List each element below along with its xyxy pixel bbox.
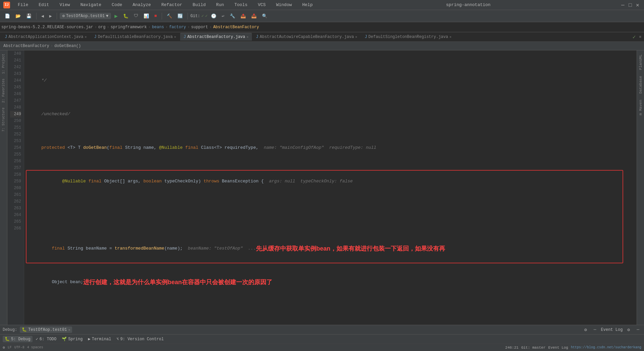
menu-build[interactable]: Build [190, 2, 208, 8]
event-settings-icon[interactable]: ⚙ [625, 326, 632, 334]
status-git: Git: master [521, 346, 546, 350]
tab-label: DefaultSingletonBeanRegistry.java [368, 35, 448, 39]
search-button[interactable]: 🔍 [260, 12, 269, 20]
breadcrumb-class[interactable]: AbstractBeanFactory [3, 44, 49, 48]
right-tool-plantuml[interactable]: PlanUML [638, 52, 644, 73]
path-class: AbstractBeanFactory [213, 25, 259, 30]
tab-close[interactable]: ✕ [449, 35, 451, 39]
code-line-244 [31, 212, 635, 218]
menu-view[interactable]: View [57, 2, 72, 8]
tab-close[interactable]: ✕ [247, 35, 249, 39]
code-lines[interactable]: */ /unchecked/ protected <T> T doGetBean… [30, 50, 637, 325]
settings-icon[interactable]: ⚙ [582, 326, 589, 334]
menu-refactor[interactable]: Refactor [159, 2, 185, 8]
left-vertical-tabs: 1: Project 2: Favorites 7: Structure [0, 50, 7, 325]
menu-code[interactable]: Code [109, 2, 125, 8]
tab-abstractbeanfactory[interactable]: J AbstractBeanFactory.java ✕ [180, 33, 252, 41]
debug-tab-icon: 🐛 [22, 327, 27, 332]
profile-button[interactable]: 📊 [142, 12, 151, 20]
right-tool-database[interactable]: Database [638, 73, 644, 96]
close-button[interactable]: ✕ [636, 3, 641, 7]
run-button[interactable]: ▶ [112, 12, 120, 20]
bottom-tab-todo[interactable]: ✓ 6: TODO [34, 336, 59, 342]
left-tab-favorites[interactable]: 2: Favorites [1, 77, 6, 105]
run-config[interactable]: ⚙ TestOfAop.test01 ▼ [60, 13, 111, 19]
maximize-button[interactable]: □ [629, 3, 633, 7]
debug-button[interactable]: 🐛 [121, 12, 130, 20]
minimize-button[interactable]: ─ [621, 3, 626, 7]
tab-abstractapplicationcontext[interactable]: J AbstractApplicationContext.java ✕ [1, 33, 90, 41]
git-push[interactable]: 📤 [238, 12, 248, 20]
path-org: org [98, 25, 106, 30]
new-button[interactable]: 📄 [3, 12, 12, 20]
git-check1[interactable]: ✓ [202, 13, 204, 18]
status-indent: 4 spaces [27, 346, 43, 349]
bottom-tab-vcs[interactable]: ⌥ 9: Version Control [114, 336, 166, 342]
open-button[interactable]: 📂 [13, 12, 23, 20]
bottom-tab-terminal[interactable]: ▶ Terminal [86, 336, 113, 342]
minimize-panel-icon[interactable]: ─ [592, 326, 598, 333]
tab-close[interactable]: ✕ [174, 35, 176, 39]
tab-terminal-label: Terminal [92, 337, 111, 342]
menu-analyze[interactable]: Analyze [130, 2, 154, 8]
breadcrumb-method[interactable]: doGetBean() [54, 44, 81, 48]
git-undo[interactable]: ↩ [220, 12, 226, 20]
bottom-tab-debug[interactable]: 🐛 5: Debug [3, 336, 33, 342]
build-button[interactable]: 🔨 [165, 12, 174, 20]
debug-tab-label: TestOfAop.test01 [28, 327, 67, 332]
forward-button[interactable]: ▶ [47, 12, 54, 20]
status-position: 246:21 [505, 346, 519, 350]
git-check2[interactable]: ✓ [205, 13, 208, 18]
debug-tab-close[interactable]: ✕ [68, 328, 70, 332]
menu-help[interactable]: Help [300, 2, 315, 8]
file-tabs-row: J AbstractApplicationContext.java ✕ J De… [0, 32, 644, 42]
stop-button[interactable]: ■ [152, 12, 159, 19]
tab-close[interactable]: ✕ [85, 35, 87, 39]
bug-icon: 🐛 [5, 337, 10, 342]
left-tab-project[interactable]: 1: Project [1, 52, 6, 76]
event-minimize-icon[interactable]: ─ [635, 326, 641, 333]
code-line-247 [31, 312, 635, 319]
menu-edit[interactable]: Edit [36, 2, 52, 8]
bottom-toolbar: Debug: 🐛 TestOfAop.test01 ✕ ⚙ ─ Event Lo… [0, 325, 644, 334]
right-tool-maven[interactable]: m Maven [638, 97, 644, 118]
git-section: Git: ✓ ✓ 🕐 ↩ 🔧 📤 📥 🔍 [191, 12, 269, 20]
tab-defaultsingleton[interactable]: J DefaultSingletonBeanRegistry.java ✕ [361, 33, 455, 41]
tab-icon: J [94, 35, 96, 39]
terminal-icon: ▶ [88, 337, 90, 342]
tab-icon: J [365, 35, 367, 39]
rebuild-button[interactable]: 🔄 [175, 12, 185, 20]
save-button[interactable]: 💾 [24, 12, 34, 20]
editor-main: 240 241 242 243 244 245 246 247 248 249 … [7, 50, 637, 325]
spring-icon: 🌱 [62, 337, 67, 342]
back-button[interactable]: ◀ [39, 12, 46, 20]
status-bar: ⚙ LF UTF-8 4 spaces 246:21 Git: master E… [0, 344, 644, 351]
status-utf8: UTF-8 [14, 346, 24, 349]
debug-tab-debug[interactable]: 🐛 TestOfAop.test01 ✕ [20, 326, 72, 333]
tab-defaultlistable[interactable]: J DefaultListableBeanFactory.java ✕ [91, 33, 179, 41]
menu-run[interactable]: Run [213, 2, 226, 8]
code-line-246: Object bean; 进行创建，这就是为什么单实例bean在容器中只会被创建… [31, 279, 635, 286]
coverage-button[interactable]: 🛡 [132, 12, 140, 19]
editor-area[interactable]: 240 241 242 243 244 245 246 247 248 249 … [7, 50, 637, 325]
code-line-245: final String beanName = transformedBeanN… [31, 245, 635, 252]
tab-icon: J [256, 35, 258, 39]
menu-tools[interactable]: Tools [232, 2, 250, 8]
path-breadcrumb: spring-beans-5.2.2.RELEASE-sources.jar ›… [1, 25, 259, 30]
panel-toggle[interactable]: ≡ [639, 35, 643, 39]
git-fetch[interactable]: 📥 [249, 12, 259, 20]
menu-vcs[interactable]: VCS [255, 2, 268, 8]
tab-spring-label: Spring [68, 337, 83, 342]
status-event-log[interactable]: Event Log [548, 346, 568, 350]
bottom-tab-spring[interactable]: 🌱 Spring [60, 336, 85, 342]
tab-abstractautowire[interactable]: J AbstractAutowireCapableBeanFactory.jav… [253, 33, 361, 41]
tab-label: AbstractBeanFactory.java [187, 35, 245, 39]
tab-close[interactable]: ✕ [355, 35, 357, 39]
git-settings[interactable]: 🔧 [228, 12, 237, 20]
run-config-dropdown[interactable]: ▼ [106, 14, 108, 18]
menu-navigate[interactable]: Navigate [78, 2, 104, 8]
menu-window[interactable]: Window [273, 2, 294, 8]
menu-file[interactable]: File [15, 2, 31, 8]
git-history[interactable]: 🕐 [209, 12, 218, 20]
left-tab-structure[interactable]: 7: Structure [1, 105, 6, 134]
